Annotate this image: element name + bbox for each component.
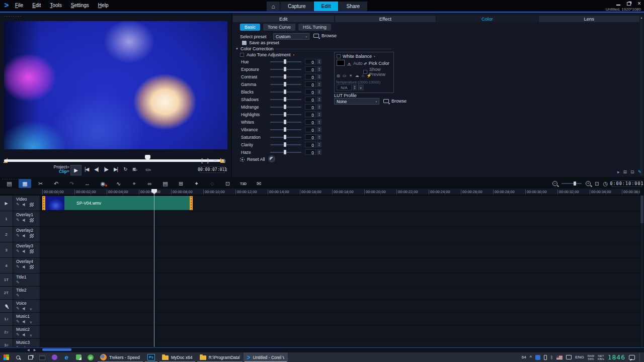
track-header[interactable]: Music1✎∨ xyxy=(13,313,40,325)
language-flag-icon[interactable] xyxy=(556,355,562,359)
track-type-icon[interactable]: 4 xyxy=(0,258,13,273)
ripple-edit-icon[interactable]: ✎ xyxy=(16,218,20,222)
bluetooth-icon[interactable]: ᛒ xyxy=(550,355,553,360)
temperature-input[interactable]: N/A xyxy=(337,84,352,90)
spin-down-icon[interactable]: ▼ xyxy=(318,92,320,94)
spin-down-icon[interactable]: ▼ xyxy=(318,137,320,139)
track-type-icon[interactable]: ▶ xyxy=(0,196,13,211)
slider-spinner[interactable]: ▲▼ xyxy=(317,119,321,125)
slider-highlights[interactable] xyxy=(270,114,301,115)
track-lane-overlay4[interactable] xyxy=(40,258,640,273)
subtab-hsl-tuning[interactable]: HSL Tuning xyxy=(298,24,331,31)
slider-thumb[interactable] xyxy=(284,112,286,117)
track-lane-music3[interactable] xyxy=(40,339,640,347)
slider-value-haze[interactable]: 0 xyxy=(305,149,316,155)
save-as-preset-button[interactable]: Save as preset xyxy=(242,40,279,45)
split-screen-template-icon[interactable]: ⊞ xyxy=(175,179,187,188)
chevron-down-icon[interactable]: ∨ xyxy=(30,333,32,337)
tab-effect[interactable]: Effect xyxy=(335,16,436,22)
gpu-indicator[interactable]: 64 xyxy=(522,355,526,359)
lasso-selection-icon[interactable]: ◌ xyxy=(206,179,218,188)
spin-down-icon[interactable]: ▼ xyxy=(318,122,320,124)
mute-track-icon[interactable] xyxy=(23,234,27,238)
track-type-icon[interactable]: 1T xyxy=(0,274,13,286)
ripple-edit-icon[interactable]: ✎ xyxy=(16,346,20,347)
zoom-out-icon[interactable]: − xyxy=(552,181,557,186)
subtab-tone-curve[interactable]: Tone Curve xyxy=(263,24,295,31)
white-balance-swatch[interactable] xyxy=(337,60,345,66)
home-icon[interactable]: ⌂ xyxy=(267,2,280,11)
slider-whites[interactable] xyxy=(270,122,301,123)
timeline-horizontal-scrollbar[interactable] xyxy=(0,347,644,352)
selection-options-icon[interactable]: ▭▾ xyxy=(145,167,151,172)
spin-down-icon[interactable]: ▼ xyxy=(318,145,320,147)
track-header[interactable]: Voice✎∨ xyxy=(13,300,40,312)
ripple-edit-icon[interactable]: ✎ xyxy=(16,333,20,337)
slider-thumb[interactable] xyxy=(284,150,286,154)
slider-spinner[interactable]: ▲▼ xyxy=(317,134,321,140)
spin-down-icon[interactable]: ▼ xyxy=(318,107,320,109)
slider-spinner[interactable]: ▲▼ xyxy=(317,66,321,72)
track-header[interactable]: Title1✎ xyxy=(13,274,40,286)
slider-thumb[interactable] xyxy=(284,127,286,132)
fluorescent-icon[interactable]: ▭ xyxy=(343,73,347,78)
track-type-icon[interactable]: 2T xyxy=(0,287,13,299)
menu-file[interactable]: File xyxy=(15,3,23,8)
fit-project-icon[interactable]: ⊡ xyxy=(595,181,599,187)
clip-right-handle[interactable] xyxy=(190,196,193,210)
slider-spinner[interactable]: ▲▼ xyxy=(317,97,321,102)
slider-value-contrast[interactable]: 0 xyxy=(305,74,316,79)
white-balance-checkbox[interactable]: White Balance ▾ xyxy=(337,54,375,59)
taskbar-app-folder[interactable]: MyDoc x64 xyxy=(158,352,196,362)
lut-dropdown[interactable]: None▾ xyxy=(334,98,379,105)
horizontal-scroll-thumb[interactable] xyxy=(42,348,71,351)
mask-creator-icon[interactable]: ⊡ xyxy=(221,179,234,188)
menu-settings[interactable]: Settings xyxy=(71,3,89,8)
track-header[interactable]: Overlay4✎ xyxy=(13,258,40,273)
taskbar-app-corel[interactable]: >Untitled - Corel Vid... xyxy=(244,352,288,362)
tab-color[interactable]: Color xyxy=(437,16,538,22)
slider-thumb[interactable] xyxy=(284,67,286,71)
clip-mode-label[interactable]: Clip= xyxy=(52,169,69,174)
motion-tracking-icon[interactable]: ⌖ xyxy=(128,179,140,188)
auto-tone-checkbox[interactable]: Auto Tone Adjustment ▾ xyxy=(240,52,294,57)
slider-spinner[interactable]: ▲▼ xyxy=(317,89,321,95)
track-lane-title1[interactable] xyxy=(40,274,640,286)
utorrent-button[interactable]: µ xyxy=(85,352,97,362)
taskbar-app-photoshop[interactable]: Ps xyxy=(144,352,158,362)
mute-track-icon[interactable] xyxy=(23,333,27,337)
shuttle-options-icon[interactable]: ⊡▾ xyxy=(132,167,137,172)
mode-tab-capture[interactable]: Capture xyxy=(280,2,313,11)
customize-icon[interactable]: ✎ xyxy=(638,169,642,174)
zoom-in-icon[interactable]: + xyxy=(586,181,591,186)
search-button[interactable] xyxy=(12,352,24,362)
slider-blacks[interactable] xyxy=(270,92,301,93)
spin-down-icon[interactable]: ▼ xyxy=(318,62,320,64)
tray-overflow-icon[interactable]: ^ xyxy=(530,355,532,360)
transparency-icon[interactable] xyxy=(30,203,34,207)
slider-spinner[interactable]: ▲▼ xyxy=(317,149,321,155)
playhead-line[interactable] xyxy=(154,190,154,347)
track-type-icon[interactable]: 1 xyxy=(0,211,13,226)
ripple-edit-icon[interactable]: ✎ xyxy=(16,234,20,238)
mark-out-icon[interactable]: ] xyxy=(207,158,209,164)
ram-monitor[interactable]: RAM 59% xyxy=(588,354,594,360)
ripple-edit-icon[interactable]: ✎ xyxy=(16,281,20,285)
tools-icon[interactable]: ✂ xyxy=(34,179,47,188)
track-type-icon[interactable] xyxy=(0,300,13,312)
timeline-view-icon[interactable]: ▦ xyxy=(19,179,31,188)
duration-clock-icon[interactable]: ◷ xyxy=(603,180,608,187)
track-type-icon[interactable]: 3♪ xyxy=(0,339,13,347)
track-header[interactable]: Music3✎∨ xyxy=(13,339,40,347)
expand-arrow-icon[interactable]: ▸ xyxy=(617,169,620,174)
mode-tab-edit[interactable]: Edit xyxy=(314,2,339,11)
track-header[interactable]: Overlay3✎ xyxy=(13,242,40,257)
tab-edit[interactable]: Edit xyxy=(233,16,334,22)
tab-lens[interactable]: Lens xyxy=(539,16,640,22)
reset-all-button[interactable]: Reset All xyxy=(240,157,265,162)
start-button[interactable] xyxy=(0,352,12,362)
color-correction-section[interactable]: ▼ Color Correction xyxy=(235,46,391,51)
ripple-edit-icon[interactable]: ✎ xyxy=(16,249,20,253)
slider-thumb[interactable] xyxy=(284,105,286,109)
track-header[interactable]: Title2✎ xyxy=(13,287,40,299)
